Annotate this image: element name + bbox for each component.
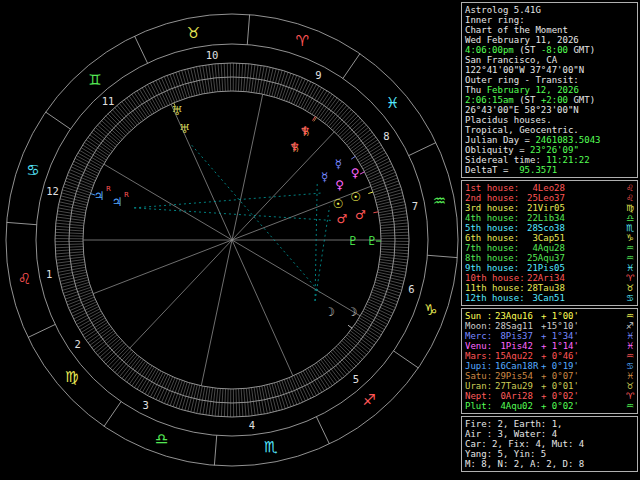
natal-time: 4:06:00pm (ST -8:00 GMT) — [465, 45, 634, 55]
element-tally: M: 8, N: 2, A: 2, D: 8 — [465, 459, 634, 469]
planet-row: Mars:15Aqu22+ 0°46'♒ — [465, 351, 634, 361]
svg-text:R: R — [106, 185, 111, 193]
svg-text:♅: ♅ — [179, 122, 190, 136]
planet-row: Uran:27Tau29+ 0°01'♉ — [465, 381, 634, 391]
planet-row: Sun :23Aqu16+ 1°00'♒ — [465, 311, 634, 321]
house-row: 8th house:25Aqu37♒ — [465, 253, 634, 263]
element-tally-box: Fire: 2, Earth: 1,Air : 3, Water: 4Car: … — [461, 416, 638, 472]
chart-wheel: ♈♉♊♋♌♍♎♏♐♑♒♓123456789101112☉☉☽☽☿☿♀♀♂♂♃R♃… — [0, 0, 461, 480]
planet-row: Merc: 8Pis37+ 1°34'♓ — [465, 331, 634, 341]
natal-date: Wed February 11, 2026 — [465, 35, 634, 45]
svg-text:♇: ♇ — [367, 234, 378, 248]
house-row: 11th house:28Tau38♉ — [465, 283, 634, 293]
svg-text:4: 4 — [249, 419, 255, 431]
element-tally: Yang: 5, Yin: 5 — [465, 449, 634, 459]
svg-text:♏: ♏ — [264, 438, 278, 456]
svg-text:12: 12 — [46, 185, 59, 197]
svg-text:11: 11 — [102, 95, 115, 107]
svg-text:♀: ♀ — [335, 178, 344, 192]
planet-row: Jupi:16Can18R+ 0°19'♋ — [465, 361, 634, 371]
svg-text:☽: ☽ — [347, 305, 358, 319]
planet-row: Plut: 4Aqu02+ 0°02'♒ — [465, 401, 634, 411]
svg-text:☉: ☉ — [333, 197, 344, 211]
svg-text:☿: ☿ — [335, 157, 342, 171]
house-row: 10th house:22Ari34♈ — [465, 273, 634, 283]
house-row: 1st house: 4Leo28♌ — [465, 183, 634, 193]
element-tally: Air : 3, Water: 4 — [465, 429, 634, 439]
chart-info-box: Astrolog 5.41G Inner ring: Chart of the … — [461, 2, 638, 178]
svg-text:♃: ♃ — [94, 189, 105, 203]
svg-text:♍: ♍ — [65, 368, 78, 386]
svg-text:R: R — [124, 191, 129, 199]
transit-date: Thu February 12, 2026 — [465, 85, 634, 95]
house-row: 9th house:21Pis05♓ — [465, 263, 634, 273]
svg-text:☽: ☽ — [324, 305, 335, 319]
planet-row: Nept: 0Ari28+ 0°02'♈ — [465, 391, 634, 401]
svg-text:♇: ♇ — [348, 234, 359, 248]
house-row: 12th house: 3Can51♋ — [465, 293, 634, 303]
svg-text:♉: ♉ — [187, 24, 200, 42]
house-row: 3rd house:21Vir05♍ — [465, 203, 634, 213]
svg-text:♎: ♎ — [155, 430, 168, 448]
svg-text:5: 5 — [353, 373, 359, 385]
svg-text:♂: ♂ — [355, 208, 366, 222]
svg-text:♂: ♂ — [337, 212, 348, 226]
app-title: Astrolog 5.41G — [465, 5, 634, 15]
svg-text:2: 2 — [74, 338, 80, 350]
house-row: 6th house: 3Cap51♑ — [465, 233, 634, 243]
svg-text:♆: ♆ — [289, 140, 300, 154]
element-tally: Fire: 2, Earth: 1, — [465, 419, 634, 429]
obliquity: Obliquity = 23°26'09" — [465, 145, 634, 155]
svg-text:♈: ♈ — [296, 32, 309, 50]
svg-text:♀: ♀ — [351, 166, 360, 180]
svg-text:☿: ☿ — [321, 170, 328, 184]
svg-text:9: 9 — [315, 69, 321, 81]
outer-ring-label: Outer ring - Transit: — [465, 75, 634, 85]
house-system: Placidus houses. — [465, 115, 634, 125]
house-row: 7th house: 4Aqu28♒ — [465, 243, 634, 253]
sidereal-time: Sidereal time: 11:21:22 — [465, 155, 634, 165]
planet-row: Moon:28Sag11+15°10'♐ — [465, 321, 634, 331]
info-panel: Astrolog 5.41G Inner ring: Chart of the … — [461, 0, 640, 480]
inner-ring-label: Inner ring: — [465, 15, 634, 25]
house-row: 2nd house:25Leo37♌ — [465, 193, 634, 203]
svg-text:6: 6 — [408, 283, 414, 295]
planet-row: Satu:29Pis54+ 0°07'♓ — [465, 371, 634, 381]
transit-coordinates: 26°43'00"E 58°23'00"N — [465, 105, 634, 115]
svg-text:♃: ♃ — [112, 195, 123, 209]
chart-name: Chart of the Moment — [465, 25, 634, 35]
planet-row: Venu: 1Pis42+ 1°14'♓ — [465, 341, 634, 351]
natal-coordinates: 122°41'00"W 37°47'00"N — [465, 65, 634, 75]
svg-text:10: 10 — [206, 49, 219, 61]
svg-text:♅: ♅ — [172, 104, 183, 118]
natal-location: San Francisco, CA — [465, 55, 634, 65]
svg-text:8: 8 — [383, 130, 389, 142]
svg-text:♊: ♊ — [88, 71, 101, 89]
house-cusp-list: 1st house: 4Leo28♌2nd house:25Leo37♌3rd … — [461, 180, 638, 306]
svg-text:♑: ♑ — [424, 301, 437, 319]
transit-time: 2:06:15am (ST +2:00 GMT) — [465, 95, 634, 105]
element-tally: Car: 2, Fix: 4, Mut: 4 — [465, 439, 634, 449]
zodiac-type: Tropical, Geocentric. — [465, 125, 634, 135]
svg-text:♆: ♆ — [300, 124, 311, 138]
svg-text:♌: ♌ — [18, 270, 31, 288]
house-row: 5th house:28Sco38♏ — [465, 223, 634, 233]
julian-day: Julian Day = 2461083.5043 — [465, 135, 634, 145]
svg-text:♐: ♐ — [362, 391, 375, 409]
svg-text:1: 1 — [46, 268, 52, 280]
svg-text:♒: ♒ — [433, 192, 446, 210]
house-row: 4th house:22Lib34♎ — [465, 213, 634, 223]
svg-text:♓: ♓ — [386, 94, 399, 112]
svg-text:♋: ♋ — [26, 161, 39, 179]
svg-text:7: 7 — [412, 200, 418, 212]
planet-position-list: Sun :23Aqu16+ 1°00'♒Moon:28Sag11+15°10'♐… — [461, 308, 638, 414]
svg-text:3: 3 — [143, 399, 149, 411]
delta-t: DeltaT = 95.3571 — [465, 165, 634, 175]
svg-text:☉: ☉ — [350, 190, 361, 204]
